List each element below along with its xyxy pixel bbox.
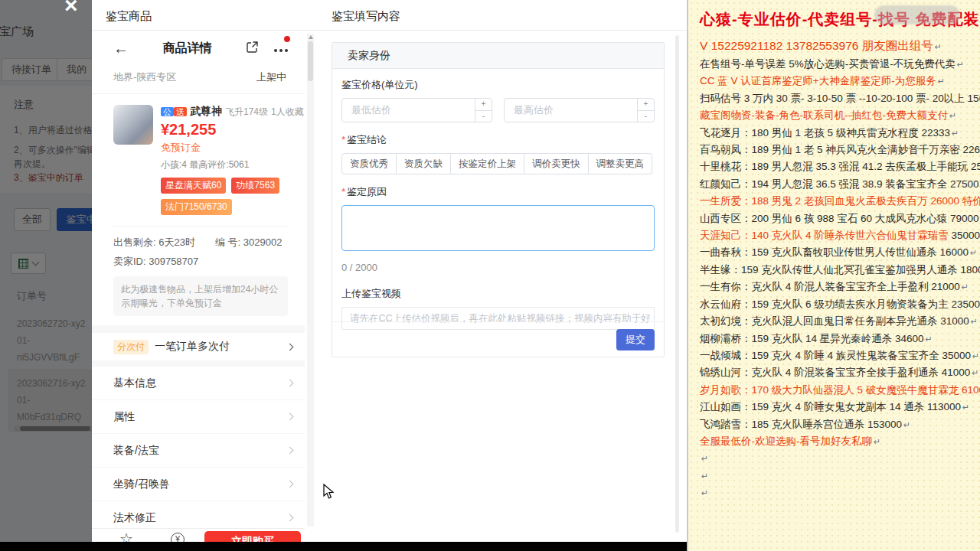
product-name: 武尊神 — [190, 105, 222, 119]
min-estimate-input[interactable]: 最低估价 + - — [341, 98, 492, 122]
doc-line: 半生缘：159 克火队传世人仙北冥孔雀宝鉴加强男人通杀 18000↵ — [700, 262, 975, 279]
increment-button[interactable]: + — [638, 99, 654, 111]
product-detail-view: ← 商品详情 地界-陕西专区 上架中 公送 — [92, 31, 305, 528]
submit-button[interactable]: 提交 — [616, 329, 655, 350]
doc-line: ↵ — [700, 450, 975, 467]
doc-line-text: 水云仙府：159 克火队 6 级功绩去疾水月物资装备为主 23500 — [700, 298, 980, 310]
paragraph-mark: ↵ — [972, 351, 979, 360]
conclusion-option[interactable]: 按鉴定价上架 — [451, 153, 524, 174]
scrollbar-thumb[interactable] — [308, 41, 313, 81]
appraisal-form-card: 卖家身份 鉴宝价格(单位元) 最低估价 + - 最高估价 — [332, 42, 665, 357]
letterbox-strip — [0, 542, 687, 551]
doc-line: ↵ — [700, 468, 975, 484]
doc-line-text: 一曲春秋：159 克火队畜牧职业传世男人传世仙通杀 16000 — [700, 246, 969, 258]
listing-note: 此为极速售物品，上架后增加24小时公示期曝光，下单免预订金 — [113, 276, 288, 316]
section-label: 装备/法宝 — [113, 444, 159, 458]
product-toolbar: ← 商品详情 — [92, 31, 305, 66]
doc-line: 百鸟朝凤：189 男仙 1 老 5 神兵风克火全满妙音千万亲密 22666↵ — [700, 142, 975, 158]
scroll-up-arrow[interactable] — [309, 35, 313, 39]
doc-line: 全服最低价-欢迎选购-看号加好友私聊↵ — [700, 433, 975, 450]
paragraph-mark: ↵ — [971, 317, 978, 326]
section-label: 法术修正 — [113, 511, 156, 525]
sale-meta: 出售剩余: 6天23时 编 号: 3029002 卖家ID: 309758707 — [113, 226, 288, 269]
product-scrollbar[interactable] — [307, 34, 314, 527]
installment-badge: 分次付 — [113, 340, 149, 354]
spinner-control[interactable]: + - — [637, 99, 654, 122]
doc-line: 一曲春秋：159 克火队畜牧职业传世男人传世仙通杀 16000↵ — [700, 244, 975, 261]
doc-line: 红颜知己：194 男人忽混 36.5 强混 38.9 装备宝宝齐全 27500↵ — [700, 176, 975, 193]
conclusion-label: 鉴宝结论 — [341, 133, 655, 147]
section-row[interactable]: 基本信息 — [92, 367, 305, 400]
conclusion-option[interactable]: 资质欠缺 — [397, 153, 451, 174]
product-tag: 法门7150/6730 — [161, 199, 232, 215]
doc-line: 一生有你：克火队 4 阶混人装备宝宝齐全上手盈利 21000↵ — [700, 279, 975, 295]
reason-textarea[interactable] — [341, 205, 655, 251]
product-sub-info: 小孩:4 最高评价:5061 — [161, 158, 288, 171]
paragraph-mark: ↵ — [952, 129, 959, 138]
chevron-right-icon — [286, 413, 294, 421]
increment-button[interactable]: + — [475, 99, 492, 111]
product-detail-title: 商品详情 — [129, 41, 246, 57]
decrement-button[interactable]: - — [475, 111, 492, 122]
doc-line-text: 藏宝阁物资-装备-角色-联系司机--抽红包-免费大额支付 — [700, 109, 948, 121]
paragraph-mark: ↵ — [972, 368, 978, 377]
section-row[interactable]: 法术修正 — [92, 501, 305, 528]
product-avatar — [113, 105, 153, 145]
doc-line: 太初幻境：克火队混人回血鬼日常任务副本异光通杀 31000↵ — [700, 313, 975, 330]
back-icon[interactable]: ← — [113, 40, 129, 57]
doc-line-text: 全服最低价-欢迎选购-看号加好友私聊 — [700, 435, 872, 447]
close-icon[interactable]: × — [64, 0, 78, 18]
doc-line: 一生所爱：188 男鬼 2 老孩回血鬼火孟极去疾百万 26000 特价号↵ — [700, 193, 975, 210]
section-row[interactable]: 坐骑/召唤兽 — [92, 468, 305, 501]
doc-line-text: 一生所爱：188 男鬼 2 老孩回血鬼火孟极去疾百万 26000 特价号 — [700, 195, 980, 207]
conclusion-option[interactable]: 调价卖更快 — [524, 153, 589, 174]
doc-line: V 15225921182 13782553976 朋友圈出组号↵ — [700, 37, 975, 56]
video-watermark — [874, 5, 960, 24]
form-scrollbar[interactable] — [675, 35, 679, 533]
doc-line: 岁月如歌：170 级大力队仙器混人 5 破女魔强牛魔甘霖龙 61000↵ — [700, 382, 975, 399]
doc-line: 锦绣山河：克火队 4 阶混装备宝宝齐全接手盈利通杀 41000↵ — [700, 364, 975, 381]
conclusion-option[interactable]: 调整卖更高 — [589, 153, 653, 174]
paragraph-mark: ↵ — [970, 248, 977, 257]
doc-line-text: 太初幻境：克火队混人回血鬼日常任务副本异光通杀 31000 — [700, 315, 969, 327]
doc-line-text: 十里桃花：189 男人忽混 35.3 强混 41.2 去疾孟极上手能玩 2588… — [700, 161, 980, 172]
doc-line-text: V 15225921182 13782553976 朋友圈出组号 — [700, 39, 933, 52]
max-estimate-input[interactable]: 最高估价 + - — [504, 98, 655, 122]
serial-number: 编 号: 3029002 — [215, 236, 282, 249]
paragraph-mark: ↵ — [874, 437, 880, 446]
appraisal-form-panel: 鉴宝填写内容 卖家身份 鉴宝价格(单位元) 最低估价 + - — [314, 0, 687, 551]
spinner-control[interactable]: + - — [475, 99, 492, 122]
doc-line: 藏宝阁物资-装备-角色-联系司机--抽红包-免费大额支付↵ — [700, 107, 975, 124]
decrement-button[interactable]: - — [638, 111, 654, 122]
paragraph-mark: ↵ — [949, 111, 956, 120]
zone-label: 地界-陕西专区 — [113, 70, 176, 84]
conclusion-option[interactable]: 资质优秀 — [341, 153, 397, 174]
paragraph-mark: ↵ — [938, 77, 945, 86]
doc-line-text: 岁月如歌：170 级大力队仙器混人 5 破女魔强牛魔甘霖龙 61000 — [700, 384, 980, 396]
doc-line-text: 飞花逐月：180 男仙 1 老孩 5 级神兵雷克水程度 22333 — [700, 127, 950, 139]
section-row[interactable]: 属性 — [92, 400, 305, 434]
deposit-free-label: 免预订金 — [161, 141, 288, 155]
chevron-right-icon — [286, 380, 294, 387]
char-counter: 0 / 2000 — [341, 262, 655, 273]
doc-line-text: 江山如画：159 克火 4 阶睡女鬼女龙副本 14 通杀 113000 — [700, 401, 961, 412]
status-badge: 上架中 — [256, 70, 286, 84]
chevron-right-icon — [286, 481, 294, 488]
product-badge: 公 — [161, 107, 174, 116]
paragraph-mark: ↵ — [935, 42, 942, 51]
doc-line-text: 一生有你：克火队 4 阶混人装备宝宝齐全上手盈利 21000 — [700, 281, 960, 292]
share-icon[interactable] — [246, 41, 259, 56]
doc-line-text: 扫码估号 3 万内 30 票- 3-10-50 票 --10-20-100 票-… — [700, 93, 980, 104]
product-level: 飞升174级 — [225, 106, 268, 119]
paragraph-mark: ↵ — [701, 454, 708, 463]
sale-remaining: 出售剩余: 6天23时 — [113, 236, 195, 249]
section-row[interactable]: 装备/法宝 — [92, 434, 305, 468]
product-item[interactable]: 公送 武尊神 飞升174级 1人收藏 ¥21,255 免预订金 小孩:4 最高评… — [92, 94, 305, 215]
doc-line-price: 35000 — [949, 230, 980, 241]
installment-row[interactable]: 分次付 一笔订单多次付 — [92, 333, 305, 360]
section-label: 基本信息 — [113, 377, 156, 390]
doc-line: 飞花逐月：180 男仙 1 老孩 5 级神兵雷克水程度 22333↵ — [700, 125, 975, 142]
doc-line: 烟柳灞桥：159 克火队 14 星异光秦岭通杀 34600↵ — [700, 331, 975, 347]
product-price: ¥21,255 — [161, 121, 288, 139]
more-icon[interactable] — [274, 44, 288, 52]
